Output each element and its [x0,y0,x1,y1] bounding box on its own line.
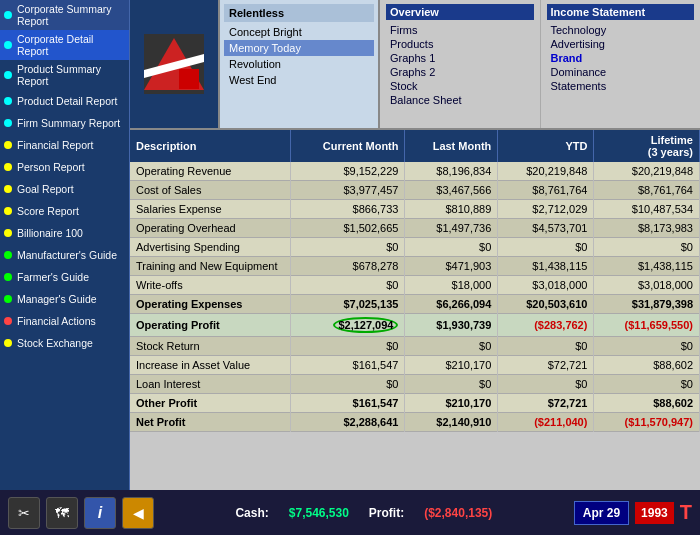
sidebar-label-4: Firm Summary Report [17,117,120,129]
nav2-item-4[interactable]: Statements [547,79,695,93]
bottom-status: Cash: $7,546,530 Profit: ($2,840,135) [160,506,568,520]
cell-life-5: $1,438,115 [594,257,700,276]
sidebar-item-5[interactable]: Financial Report [0,134,129,156]
col-last-month: Last Month [405,130,498,162]
info-icon[interactable]: i [84,497,116,529]
sidebar-item-8[interactable]: Score Report [0,200,129,222]
nav1-item-0[interactable]: Firms [386,23,534,37]
cell-life-0: $20,219,848 [594,162,700,181]
cell-desc-7: Operating Expenses [130,295,290,314]
sidebar-item-13[interactable]: Financial Actions [0,310,129,332]
cell-ytd-12: $72,721 [498,394,594,413]
sidebar-item-10[interactable]: Manufacturer's Guide [0,244,129,266]
nav1-item-2[interactable]: Graphs 1 [386,51,534,65]
nav2-item-2[interactable]: Brand [547,51,695,65]
sidebar-label-0: Corporate Summary Report [17,3,125,27]
company-logo [144,34,204,94]
nav1-item-3[interactable]: Graphs 2 [386,65,534,79]
sidebar-label-1: Corporate Detail Report [17,33,125,57]
cash-value: $7,546,530 [289,506,349,520]
nav-overview-header[interactable]: Overview [386,4,534,20]
sidebar-bullet-11 [4,273,12,281]
cell-last-0: $8,196,834 [405,162,498,181]
sidebar-item-1[interactable]: Corporate Detail Report [0,30,129,60]
sidebar-bullet-3 [4,97,12,105]
cell-desc-10: Increase in Asset Value [130,356,290,375]
tools-icon[interactable]: ✂ [8,497,40,529]
cell-last-2: $810,889 [405,200,498,219]
bottom-bar: ✂ 🗺 i ◀ Cash: $7,546,530 Profit: ($2,840… [0,490,700,535]
cell-ytd-2: $2,712,029 [498,200,594,219]
top-panel: Relentless Concept BrightMemory TodayRev… [130,0,700,130]
cell-last-4: $0 [405,238,498,257]
sidebar-item-2[interactable]: Product Summary Report [0,60,129,90]
cell-cur-10: $161,547 [290,356,405,375]
table-row: Advertising Spending$0$0$0$0 [130,238,700,257]
cell-desc-5: Training and New Equipment [130,257,290,276]
sidebar-bullet-0 [4,11,12,19]
sidebar-bullet-14 [4,339,12,347]
sidebar-item-11[interactable]: Farmer's Guide [0,266,129,288]
table-row: Operating Revenue$9,152,229$8,196,834$20… [130,162,700,181]
cell-desc-8: Operating Profit [130,314,290,337]
cell-life-6: $3,018,000 [594,276,700,295]
sidebar-item-14[interactable]: Stock Exchange [0,332,129,354]
products-header: Relentless [224,4,374,22]
nav2-item-1[interactable]: Advertising [547,37,695,51]
sidebar-item-3[interactable]: Product Detail Report [0,90,129,112]
sidebar-item-4[interactable]: Firm Summary Report [0,112,129,134]
cell-life-11: $0 [594,375,700,394]
table-row: Salaries Expense$866,733$810,889$2,712,0… [130,200,700,219]
table-header: Description Current Month Last Month YTD… [130,130,700,162]
cell-cur-5: $678,278 [290,257,405,276]
cell-ytd-1: $8,761,764 [498,181,594,200]
product-item-1[interactable]: Memory Today [224,40,374,56]
cell-life-1: $8,761,764 [594,181,700,200]
cell-last-9: $0 [405,337,498,356]
table-area: Description Current Month Last Month YTD… [130,130,700,432]
sidebar-label-14: Stock Exchange [17,337,93,349]
cash-label: Cash: [235,506,268,520]
nav-overview: Overview FirmsProductsGraphs 1Graphs 2St… [380,0,541,128]
sidebar-item-0[interactable]: Corporate Summary Report [0,0,129,30]
nav1-item-4[interactable]: Stock [386,79,534,93]
sidebar-bullet-5 [4,141,12,149]
nav-income: Income Statement TechnologyAdvertisingBr… [541,0,701,128]
table-row: Operating Expenses$7,025,135$6,266,094$2… [130,295,700,314]
cell-ytd-4: $0 [498,238,594,257]
sidebar-item-12[interactable]: Manager's Guide [0,288,129,310]
table-row: Write-offs$0$18,000$3,018,000$3,018,000 [130,276,700,295]
table-body: Operating Revenue$9,152,229$8,196,834$20… [130,162,700,432]
nav-income-header[interactable]: Income Statement [547,4,695,20]
product-item-3[interactable]: West End [224,72,374,88]
nav1-item-1[interactable]: Products [386,37,534,51]
cell-last-7: $6,266,094 [405,295,498,314]
sidebar-item-7[interactable]: Goal Report [0,178,129,200]
cell-ytd-9: $0 [498,337,594,356]
map-icon[interactable]: 🗺 [46,497,78,529]
cell-desc-13: Net Profit [130,413,290,432]
cell-desc-9: Stock Return [130,337,290,356]
product-item-2[interactable]: Revolution [224,56,374,72]
sidebar-item-6[interactable]: Person Report [0,156,129,178]
cell-life-10: $88,602 [594,356,700,375]
sidebar-bullet-4 [4,119,12,127]
cell-cur-11: $0 [290,375,405,394]
back-icon[interactable]: ◀ [122,497,154,529]
sidebar-bullet-1 [4,41,12,49]
cell-last-8: $1,930,739 [405,314,498,337]
cell-cur-7: $7,025,135 [290,295,405,314]
nav2-item-0[interactable]: Technology [547,23,695,37]
sidebar-bullet-10 [4,251,12,259]
cell-last-12: $210,170 [405,394,498,413]
cell-desc-11: Loan Interest [130,375,290,394]
sidebar-item-9[interactable]: Billionaire 100 [0,222,129,244]
cell-last-6: $18,000 [405,276,498,295]
cell-last-3: $1,497,736 [405,219,498,238]
product-item-0[interactable]: Concept Bright [224,24,374,40]
table-row: Training and New Equipment$678,278$471,9… [130,257,700,276]
nav2-item-3[interactable]: Dominance [547,65,695,79]
date-year: 1993 [635,502,674,524]
nav1-item-5[interactable]: Balance Sheet [386,93,534,107]
cell-life-13: ($11,570,947) [594,413,700,432]
